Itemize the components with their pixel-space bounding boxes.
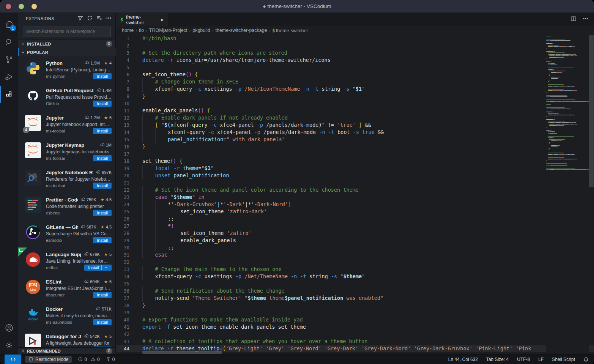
install-button[interactable]: Install [93, 128, 112, 134]
minimize-window-button[interactable] [19, 4, 24, 9]
encoding[interactable]: UTF-8 [517, 357, 530, 362]
filter-icon[interactable] [77, 15, 83, 22]
close-window-button[interactable] [6, 4, 11, 9]
star-icon: ★ [104, 61, 108, 66]
extension-list-item[interactable]: GitLens — Git sup…687K ★4.5Supercharge G… [18, 220, 115, 247]
extension-name: ESLint [46, 279, 81, 285]
extension-description: Code formatter using prettier [46, 204, 112, 209]
rating: 5 [109, 279, 112, 284]
code-line: 31 esac [116, 251, 594, 258]
breadcrumb-item[interactable]: tio [139, 28, 144, 33]
code-line: 7 # Change icon theme in XFCE [116, 78, 594, 85]
star-icon: ★ [101, 197, 104, 202]
extension-publisher: GitHub [46, 101, 93, 106]
breadcrumb-item[interactable]: TROMjaro-Project [149, 28, 187, 33]
language-mode[interactable]: Shell Script [552, 357, 575, 362]
horizontal-scrollbar-thumb[interactable] [142, 351, 222, 354]
problems-indicator[interactable]: 0 0 [78, 357, 99, 362]
section-installed[interactable]: INSTALLED 0 [18, 39, 115, 48]
source-control-icon[interactable] [0, 51, 18, 68]
breadcrumb-separator-icon: › [269, 28, 271, 33]
breadcrumb-item[interactable]: theme-switcher-package [215, 28, 267, 33]
code-line: 21 [116, 179, 594, 186]
split-editor-icon[interactable] [570, 16, 577, 23]
install-button[interactable]: Install [84, 265, 112, 271]
extension-name: Debugger for Java [46, 334, 81, 339]
extension-list-item[interactable]: Prettier - Code for…759K ★4.5Code format… [18, 193, 115, 220]
indentation[interactable]: Tab Size: 4 [486, 357, 509, 362]
code-line: 36 # Send notification about the theme c… [116, 287, 594, 295]
extensions-icon[interactable] [0, 86, 18, 103]
install-button[interactable]: Install [93, 347, 112, 347]
shellscript-icon: $ [272, 28, 275, 33]
download-count-icon [84, 252, 88, 257]
extension-list-item[interactable]: GitHub Pull Requests a…1.4MPull Request … [18, 84, 115, 111]
breadcrumb-item[interactable]: $theme-switcher [272, 28, 308, 33]
download-count: 759K [87, 197, 96, 202]
code-line: 37 notify-send 'Theme Switcher' "$theme … [116, 295, 594, 302]
code-line: 25 set_icon_theme 'zafiro-dark' [116, 208, 594, 215]
extension-stats: 571K [95, 306, 112, 312]
rating: 5 [109, 115, 112, 120]
refresh-icon[interactable] [87, 15, 93, 22]
extension-publisher: ms-azuretools [46, 320, 93, 325]
notifications-bell-icon[interactable] [583, 357, 589, 362]
section-recommended[interactable]: RECOMMENDED 0 [18, 347, 115, 354]
install-button[interactable]: Install [93, 73, 112, 79]
warning-count: 0 [97, 357, 100, 362]
explorer-icon[interactable]: 1 [0, 16, 18, 33]
settings-gear-icon[interactable] [0, 337, 18, 354]
download-count: 1M [106, 143, 112, 147]
vertical-scrollbar-thumb[interactable] [589, 35, 594, 187]
install-button[interactable]: Install [93, 183, 112, 189]
more-actions-icon[interactable] [106, 15, 112, 22]
extension-description: Makes it easy to create, manage, … [46, 313, 112, 318]
extension-description: Supercharge Git within VS Code … [46, 231, 112, 236]
breadcrumb-separator-icon: › [136, 28, 137, 33]
install-button[interactable]: Install [93, 210, 112, 216]
extension-list-item[interactable]: Language Support f…676K ★5Java Linting, … [18, 247, 115, 275]
extension-list-item[interactable]: Jupyter Keymap1MJupyter keymaps for note… [18, 138, 115, 165]
extension-stats: 687K ★4.5 [80, 224, 112, 230]
search-icon[interactable] [0, 33, 18, 51]
extension-list-item[interactable]: Python1.9M ★4IntelliSense (Pylance), Lin… [18, 56, 115, 84]
install-button[interactable]: Install [93, 319, 112, 325]
extension-description: Renderers for Jupyter Notebooks … [46, 176, 112, 182]
extension-list-item[interactable]: dockerDocker571KMakes it easy to create,… [18, 302, 115, 329]
modified-dot-icon[interactable]: ● [161, 17, 163, 22]
editor-more-actions-icon[interactable] [583, 16, 589, 23]
ports-indicator[interactable]: 0 [106, 357, 115, 362]
breadcrumb-item[interactable]: home [122, 28, 134, 33]
search-extensions-input[interactable] [23, 27, 111, 36]
install-button[interactable]: Install [93, 155, 112, 161]
restricted-mode-button[interactable]: Restricted Mode [25, 356, 72, 363]
eol-sequence[interactable]: LF [538, 357, 544, 362]
download-count: 1.2M [90, 115, 99, 120]
cursor-position[interactable]: Ln 44, Col 632 [448, 357, 478, 362]
extension-list-item[interactable]: {ES}LintESLint604K ★5Integrates ESLint J… [18, 275, 115, 302]
extension-name: GitLens — Git sup… [46, 224, 78, 230]
remote-indicator[interactable] [5, 355, 21, 364]
minimap[interactable] [546, 35, 589, 354]
install-button[interactable]: Install [93, 237, 112, 243]
install-button[interactable]: Install [93, 101, 112, 107]
section-popular[interactable]: POPULAR [18, 48, 115, 56]
maximize-window-button[interactable] [32, 4, 37, 9]
breadcrumb-item[interactable]: pkgbuild [192, 28, 210, 33]
star-icon: ★ [104, 252, 108, 257]
window-title: ● theme-switcher - VSCodium [0, 3, 594, 9]
install-button[interactable]: Install [93, 292, 112, 298]
run-debug-icon[interactable] [0, 68, 18, 86]
vertical-scrollbar[interactable] [589, 35, 594, 354]
download-count-icon [95, 170, 100, 175]
code-editor[interactable]: 1#!/bin/bash23# Set the directory path w… [116, 35, 594, 354]
account-icon[interactable] [0, 319, 18, 337]
tab-theme-switcher[interactable]: $ theme-switcher ● [116, 13, 168, 26]
vscodium-window: ● theme-switcher - VSCodium 1 [0, 0, 594, 364]
extension-stats: 759K ★4.5 [80, 197, 112, 202]
extension-list-item[interactable]: 4Jupyter1.2M ★5Jupyter notebook support,… [18, 111, 115, 138]
svg-text:Lint: Lint [30, 288, 36, 292]
clear-extensions-icon[interactable] [96, 15, 102, 22]
extension-list-item[interactable]: Jupyter Notebook Rend…997KRenderers for … [18, 165, 115, 193]
extension-list-item[interactable]: Debugger for Java542K ★5A lightweight Ja… [18, 329, 115, 347]
